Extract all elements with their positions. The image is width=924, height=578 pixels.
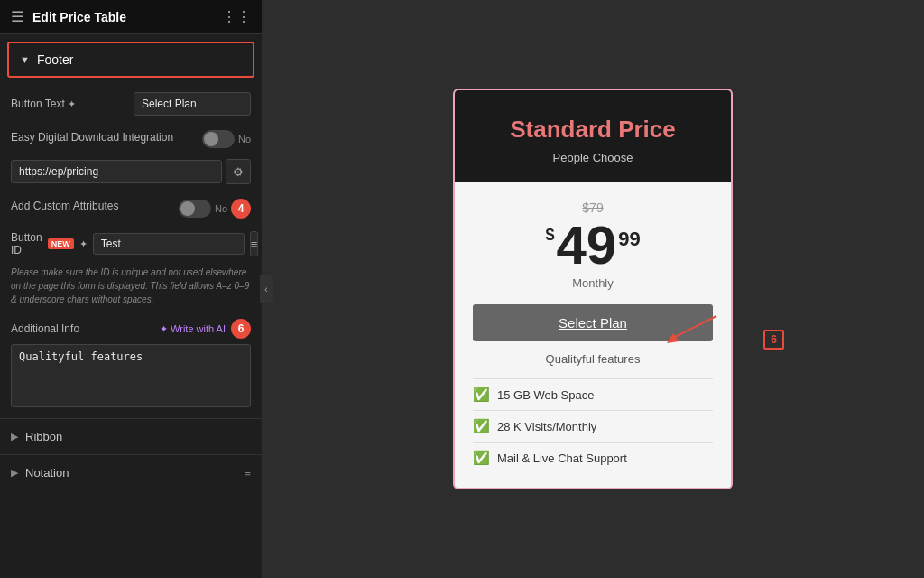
button-id-list-button[interactable]: ≡ xyxy=(250,231,259,256)
price-card: Standard Price People Choose $79 $ 49 99… xyxy=(453,89,733,489)
check-icon-1: ✅ xyxy=(473,387,490,403)
grid-icon[interactable]: ⋮⋮ xyxy=(222,8,251,25)
write-ai-button[interactable]: ✦ Write with AI xyxy=(160,323,226,335)
sparkle-icon[interactable]: ✦ xyxy=(79,238,88,250)
additional-info-textarea[interactable]: Qualityful features xyxy=(11,344,251,407)
footer-section-header[interactable]: ▼ Footer xyxy=(7,42,254,78)
feature-text-2: 28 K Visits/Monthly xyxy=(497,420,596,434)
button-text-label: Button Text xyxy=(11,98,65,110)
price-card-header: Standard Price People Choose xyxy=(455,90,731,182)
top-bar-title: Edit Price Table xyxy=(32,10,126,24)
custom-attributes-toggle-state: No xyxy=(215,203,227,214)
feature-text-1: 15 GB Web Space xyxy=(497,388,594,402)
additional-info-label: Additional Info xyxy=(11,322,79,335)
check-icon-3: ✅ xyxy=(473,450,490,466)
price-card-title: Standard Price xyxy=(473,116,713,144)
price-cents: 99 xyxy=(618,228,640,251)
svg-line-0 xyxy=(671,316,716,339)
ribbon-label: Ribbon xyxy=(25,430,62,443)
feature-list: ✅ 15 GB Web Space ✅ 28 K Visits/Monthly … xyxy=(473,378,713,473)
feature-text-3: Mail & Live Chat Support xyxy=(497,452,627,465)
ribbon-arrow-icon: ▶ xyxy=(11,431,18,443)
edd-integration-toggle[interactable] xyxy=(202,130,235,148)
notation-icon: ≡ xyxy=(244,466,251,480)
svg-marker-1 xyxy=(667,333,679,343)
id-note-text: Please make sure the ID is unique and no… xyxy=(0,262,262,313)
edd-toggle-state: No xyxy=(238,134,251,144)
annotation-badge-6: 6 xyxy=(763,330,784,350)
hamburger-icon[interactable]: ☰ xyxy=(11,8,23,25)
qualityful-text: Qualityful features xyxy=(473,352,713,366)
price-display: $ 49 99 xyxy=(473,219,713,273)
link-row: ⚙ xyxy=(0,155,262,191)
button-id-row: Button ID NEW ✦ ≡ 5 xyxy=(0,226,262,262)
footer-section-label: Footer xyxy=(37,52,73,67)
notation-section[interactable]: ▶ Notation ≡ xyxy=(0,454,262,490)
notation-label: Notation xyxy=(25,466,69,480)
additional-info-header: Additional Info ✦ Write with AI 6 xyxy=(0,313,262,344)
additional-info-badge: 6 xyxy=(231,319,251,339)
ribbon-section[interactable]: ▶ Ribbon xyxy=(0,418,262,454)
new-badge: NEW xyxy=(48,238,74,249)
custom-attributes-row: Add Custom Attributes No 4 xyxy=(0,191,262,226)
button-text-input[interactable] xyxy=(134,92,251,116)
feature-item-2: ✅ 28 K Visits/Monthly xyxy=(473,410,713,442)
annotation-arrow xyxy=(653,312,725,348)
right-panel: Standard Price People Choose $79 $ 49 99… xyxy=(262,0,924,578)
button-id-input[interactable] xyxy=(93,233,245,255)
check-icon-2: ✅ xyxy=(473,418,490,434)
notation-arrow-icon: ▶ xyxy=(11,467,18,479)
price-period: Monthly xyxy=(473,276,713,290)
custom-attributes-label: Add Custom Attributes xyxy=(11,199,171,214)
custom-attributes-toggle[interactable] xyxy=(179,200,211,218)
button-id-label: Button ID xyxy=(11,231,42,256)
price-integer: 49 xyxy=(556,219,616,273)
link-gear-button[interactable]: ⚙ xyxy=(226,159,251,184)
custom-attributes-badge: 4 xyxy=(231,199,251,219)
edd-integration-row: Easy Digital Download Integration No xyxy=(0,123,262,155)
link-input[interactable] xyxy=(11,160,222,183)
footer-arrow-icon: ▼ xyxy=(20,54,30,65)
feature-item-3: ✅ Mail & Live Chat Support xyxy=(473,442,713,473)
price-card-subtitle: People Choose xyxy=(473,151,713,164)
feature-item-1: ✅ 15 GB Web Space xyxy=(473,378,713,410)
edd-integration-label: Easy Digital Download Integration xyxy=(11,130,195,145)
top-bar: ☰ Edit Price Table ⋮⋮ xyxy=(0,0,262,34)
button-text-row: Button Text ✦ xyxy=(0,85,262,123)
price-original: $79 xyxy=(473,200,713,215)
currency-symbol: $ xyxy=(545,226,554,245)
panel-collapse-arrow[interactable]: ‹ xyxy=(260,275,273,303)
